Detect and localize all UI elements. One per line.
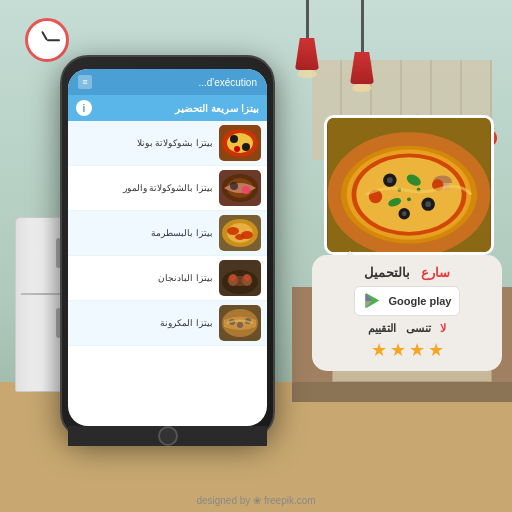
svg-point-24 bbox=[242, 143, 250, 151]
rate-label: لا تنسى التقييم bbox=[326, 322, 488, 335]
item-thumbnail-4 bbox=[219, 260, 261, 296]
list-item[interactable]: بيتزا بالشوكولاتة والمور bbox=[68, 166, 267, 211]
star-4: ★ bbox=[428, 339, 444, 361]
notification-icon: ≡ bbox=[78, 75, 92, 89]
svg-point-19 bbox=[407, 197, 411, 201]
svg-point-22 bbox=[227, 133, 253, 153]
svg-point-46 bbox=[237, 322, 243, 328]
header-text: بيتزا سريعة التحضير bbox=[175, 103, 259, 114]
svg-point-9 bbox=[425, 201, 431, 207]
item-label-5: بيتزا المكرونة bbox=[74, 318, 213, 328]
item-label-3: بيتزا بالبسطرمة bbox=[74, 228, 213, 238]
phone-mockup: ≡ d'exécution... i بيتزا سريعة التحضير ب… bbox=[60, 55, 275, 440]
svg-point-41 bbox=[230, 275, 236, 281]
lamp-2 bbox=[350, 0, 374, 92]
item-thumbnail-2 bbox=[219, 170, 261, 206]
google-play-icon bbox=[363, 291, 383, 311]
promo-title: سارع بالتحميل bbox=[326, 265, 488, 280]
pizza-image bbox=[324, 115, 494, 255]
phone-screen: ≡ d'exécution... i بيتزا سريعة التحضير ب… bbox=[68, 69, 267, 426]
wall-clock bbox=[25, 18, 69, 62]
item-thumbnail-3 bbox=[219, 215, 261, 251]
phone-home-bar bbox=[68, 426, 267, 446]
star-1: ★ bbox=[371, 339, 387, 361]
list-item[interactable]: بيتزا المكرونة bbox=[68, 301, 267, 346]
google-play-button[interactable]: Google play bbox=[354, 286, 461, 316]
svg-point-23 bbox=[230, 135, 238, 143]
info-icon[interactable]: i bbox=[76, 100, 92, 116]
svg-point-11 bbox=[402, 211, 407, 216]
app-title: d'exécution... bbox=[198, 77, 257, 88]
svg-point-7 bbox=[387, 177, 393, 183]
list-item[interactable]: بيتزا البادنجان bbox=[68, 256, 267, 301]
svg-point-25 bbox=[234, 146, 240, 152]
item-label-2: بيتزا بالشوكولاتة والمور bbox=[74, 183, 213, 193]
svg-point-36 bbox=[235, 234, 245, 240]
star-2: ★ bbox=[390, 339, 406, 361]
item-label-1: بيتزا بشوكولاتة بونلا bbox=[74, 138, 213, 148]
promo-bubble: سارع بالتحميل Google play لا تنسى التقيي… bbox=[312, 255, 502, 371]
google-play-label: Google play bbox=[389, 295, 452, 307]
home-button[interactable] bbox=[158, 426, 178, 446]
list-item[interactable]: بيتزا بشوكولاتة بونلا bbox=[68, 121, 267, 166]
svg-point-42 bbox=[244, 275, 250, 281]
list-item[interactable]: بيتزا بالبسطرمة bbox=[68, 211, 267, 256]
branding-text: designed by ❀ freepik.com bbox=[0, 495, 512, 506]
svg-point-29 bbox=[230, 182, 238, 190]
item-label-4: بيتزا البادنجان bbox=[74, 273, 213, 283]
star-3: ★ bbox=[409, 339, 425, 361]
svg-point-34 bbox=[227, 227, 239, 235]
star-rating: ★ ★ ★ ★ bbox=[326, 339, 488, 361]
phone-status-bar: ≡ d'exécution... bbox=[68, 69, 267, 95]
kitchen-counter-top bbox=[292, 382, 512, 402]
app-header: i بيتزا سريعة التحضير bbox=[68, 95, 267, 121]
item-thumbnail-5 bbox=[219, 305, 261, 341]
svg-point-30 bbox=[242, 186, 250, 194]
lamp-1 bbox=[295, 0, 319, 78]
item-thumbnail-1 bbox=[219, 125, 261, 161]
recipe-list: بيتزا بشوكولاتة بونلا بيتزا بالشوكولاتة … bbox=[68, 121, 267, 426]
